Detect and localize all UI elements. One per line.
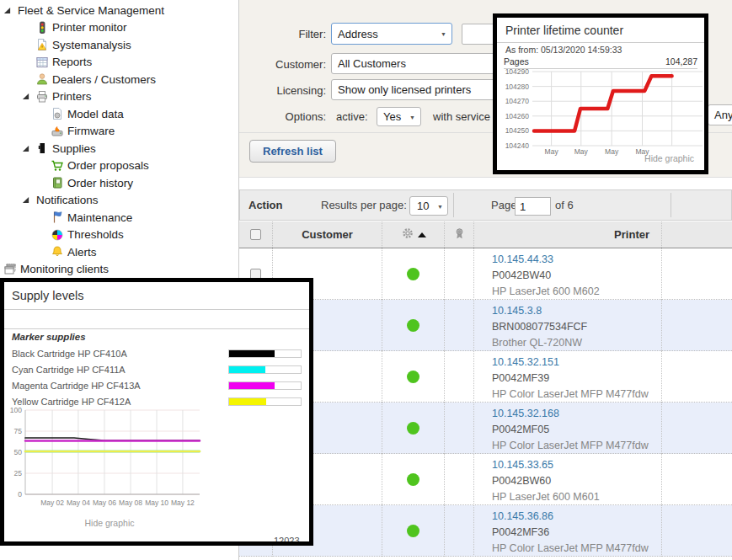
clipped-text-fragment: 12023 (274, 536, 300, 546)
cartridge-icon (35, 141, 51, 155)
printer-cell: 10.145.44.33P0042BW40HP LaserJet 600 M60… (473, 248, 661, 300)
supply-label: Magenta Cartridge HP CF413A (12, 381, 141, 391)
sidebar-item-maintenance[interactable]: Maintenance (0, 209, 238, 227)
printer-model: HP LaserJet 600 M601 (492, 489, 600, 505)
sidebar-item-alerts[interactable]: Alerts (0, 243, 238, 261)
extra-cell (661, 248, 732, 300)
printer-ip-link[interactable]: 10.145.3.8 (492, 303, 542, 319)
tree-expander-icon[interactable] (22, 93, 35, 100)
sidebar-item-order-proposals[interactable]: Order proposals (0, 157, 238, 175)
printer-device-id: P0042BW40 (492, 268, 551, 284)
svg-text:104240: 104240 (505, 141, 530, 150)
sidebar-item-supplies[interactable]: Supplies (0, 140, 238, 157)
sidebar-item-notifications[interactable]: Notifications (0, 192, 238, 210)
sidebar-item-label: Thresholds (67, 228, 124, 241)
sidebar-item-label: Firmware (67, 125, 115, 137)
tree-expander-icon[interactable] (22, 145, 35, 152)
tree-expander-icon[interactable] (22, 196, 35, 204)
license-cell (444, 454, 473, 505)
filter-field-value: Address (338, 28, 378, 40)
extra-cell (661, 454, 732, 505)
supply-hide-graphic-link[interactable]: Hide graphic (85, 518, 135, 528)
printer-column-header[interactable]: Printer (473, 221, 661, 248)
action-label: Action (248, 199, 282, 211)
sidebar-item-thresholds[interactable]: Thresholds (0, 227, 238, 244)
sidebar-item-systemanalysis[interactable]: Systemanalysis (0, 36, 238, 54)
status-ok-dot[interactable] (407, 525, 419, 537)
windows-icon (3, 263, 19, 276)
customer-column-header[interactable]: Customer (272, 221, 382, 248)
sidebar-item-label: Supplies (51, 142, 96, 155)
active-select[interactable]: Yes ▼ (377, 107, 421, 126)
sidebar-item-label: Dealers / Customers (51, 73, 156, 86)
printer-device-id: BRN008077534FCF (492, 319, 587, 335)
sidebar-item-label: Alerts (67, 246, 97, 259)
medal-icon (453, 227, 466, 243)
sidebar-item-label: Systemanalysis (51, 39, 131, 51)
flag-icon (51, 211, 67, 224)
supply-level-bar (228, 365, 302, 374)
bell-icon (51, 245, 67, 259)
sidebar-item-dealers-customers[interactable]: Dealers / Customers (0, 71, 238, 88)
results-per-page-value: 10 (417, 200, 429, 212)
printer-ip-link[interactable]: 10.145.36.86 (492, 509, 553, 525)
gear-icon[interactable] (401, 227, 414, 243)
page-of-label: of 6 (555, 199, 574, 211)
svg-text:May 06: May 06 (93, 499, 116, 507)
printer-ip-link[interactable]: 10.145.33.65 (492, 457, 553, 473)
status-ok-dot[interactable] (407, 371, 419, 383)
sidebar-item-firmware[interactable]: Firmware (0, 123, 238, 141)
sort-ascending-icon (418, 232, 426, 237)
sidebar-item-label: Order proposals (67, 159, 149, 172)
sidebar-item-printer-monitor[interactable]: Printer monitor (0, 19, 238, 37)
licensing-value: Show only licensed printers (338, 83, 471, 96)
sidebar-item-order-history[interactable]: Order history (0, 174, 238, 192)
lifetime-as-from: As from: 05/13/2020 14:59:33 (505, 45, 622, 55)
status-ok-dot[interactable] (407, 473, 419, 486)
service-any-value: Any (714, 109, 732, 121)
extra-cell (661, 505, 732, 557)
toolbar-divider (453, 193, 454, 217)
active-value: Yes (383, 110, 401, 123)
app-screen: Fleet & Service ManagementPrinter monito… (0, 0, 732, 560)
status-column-header[interactable] (382, 221, 444, 248)
status-ok-dot[interactable] (407, 422, 419, 435)
status-cell (382, 351, 444, 403)
select-all-checkbox[interactable] (250, 229, 261, 240)
sidebar-item-reports[interactable]: Reports (0, 54, 238, 72)
printer-ip-link[interactable]: 10.145.32.151 (492, 355, 559, 371)
status-ok-dot[interactable] (407, 319, 419, 332)
header-select-cell (239, 221, 272, 248)
tree-expander-icon[interactable] (3, 7, 17, 14)
sidebar-item-monitoring-clients[interactable]: Monitoring clients (0, 261, 238, 279)
lifetime-hide-graphic-link[interactable]: Hide graphic (644, 153, 694, 163)
book-icon (51, 176, 67, 189)
filter-field-select[interactable]: Address ▼ (331, 23, 452, 45)
printer-ip-link[interactable]: 10.145.44.33 (492, 252, 553, 268)
license-column-header[interactable] (444, 221, 473, 248)
refresh-list-button[interactable]: Refresh list (249, 140, 336, 163)
sidebar-item-fleet-service-management[interactable]: Fleet & Service Management (0, 2, 238, 19)
system-analysis-icon (35, 38, 51, 51)
table-header-row: Customer Printer (239, 221, 732, 248)
results-per-page-label: Results per page: (321, 199, 407, 211)
svg-text:0: 0 (18, 490, 22, 499)
sidebar-item-model-data[interactable]: Model data (0, 105, 238, 123)
svg-text:May 02: May 02 (40, 499, 64, 507)
printer-model: HP Color LaserJet MFP M477fdw (492, 438, 649, 454)
status-ok-dot[interactable] (407, 268, 419, 280)
color-wheel-icon (51, 228, 67, 242)
supply-row: Black Cartridge HP CF410A (12, 345, 302, 361)
toolbar-divider (671, 193, 671, 217)
lifetime-chart: 104240104250104260104270104280104290MayM… (500, 65, 704, 166)
traffic-light-icon (35, 21, 51, 35)
supply-label: Cyan Cartridge HP CF411A (12, 365, 126, 375)
printer-device-id: P0042MF39 (492, 371, 549, 387)
results-per-page-select[interactable]: 10 ▼ (409, 196, 448, 216)
printer-ip-link[interactable]: 10.145.32.168 (492, 406, 559, 422)
page-number-input[interactable] (515, 197, 551, 216)
sidebar-item-label: Model data (67, 108, 124, 120)
svg-text:104250: 104250 (505, 126, 530, 135)
service-any-select[interactable]: Any (708, 104, 732, 125)
sidebar-item-printers[interactable]: Printers (0, 88, 238, 106)
